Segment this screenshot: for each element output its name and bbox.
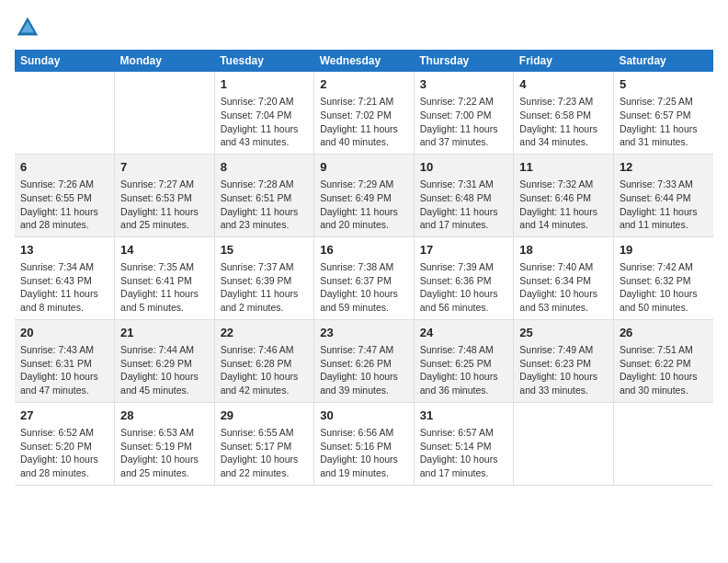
sunset-text: Sunset: 7:04 PM xyxy=(221,109,309,122)
cell-content: Sunrise: 7:31 AMSunset: 6:48 PMDaylight:… xyxy=(420,178,508,232)
cell-content: Sunrise: 7:46 AMSunset: 6:28 PMDaylight:… xyxy=(221,343,309,397)
day-number: 2 xyxy=(320,76,408,93)
sunrise-text: Sunrise: 7:40 AM xyxy=(519,260,608,274)
sunset-text: Sunset: 6:51 PM xyxy=(221,191,309,205)
cell-content: Sunrise: 7:32 AMSunset: 6:46 PMDaylight:… xyxy=(519,178,608,232)
day-number: 3 xyxy=(420,76,508,93)
cell-content: Sunrise: 7:43 AMSunset: 6:31 PMDaylight:… xyxy=(20,343,108,397)
cell-content: Sunrise: 7:26 AMSunset: 6:55 PMDaylight:… xyxy=(20,178,108,232)
sunset-text: Sunset: 6:49 PM xyxy=(320,191,408,205)
sunset-text: Sunset: 6:23 PM xyxy=(519,357,608,371)
col-header-sunday: Sunday xyxy=(15,50,115,72)
cell-content: Sunrise: 7:37 AMSunset: 6:39 PMDaylight:… xyxy=(221,260,309,315)
daylight-text: Daylight: 11 hours and 8 minutes. xyxy=(20,287,108,314)
cell-content: Sunrise: 7:38 AMSunset: 6:37 PMDaylight:… xyxy=(320,260,408,315)
cell-content: Sunrise: 6:57 AMSunset: 5:14 PMDaylight:… xyxy=(420,426,508,480)
daylight-text: Daylight: 10 hours and 28 minutes. xyxy=(20,453,108,479)
cell-content: Sunrise: 7:51 AMSunset: 6:22 PMDaylight:… xyxy=(620,343,708,397)
cell-content: Sunrise: 7:44 AMSunset: 6:29 PMDaylight:… xyxy=(120,343,209,397)
col-header-monday: Monday xyxy=(115,50,215,72)
sunrise-text: Sunrise: 6:55 AM xyxy=(221,426,309,440)
calendar-cell: 2Sunrise: 7:21 AMSunset: 7:02 PMDaylight… xyxy=(314,72,415,154)
sunrise-text: Sunrise: 7:39 AM xyxy=(420,260,508,274)
sunset-text: Sunset: 5:20 PM xyxy=(20,440,108,454)
sunrise-text: Sunrise: 7:51 AM xyxy=(620,343,708,357)
daylight-text: Daylight: 11 hours and 17 minutes. xyxy=(420,205,508,232)
cell-content: Sunrise: 7:23 AMSunset: 6:58 PMDaylight:… xyxy=(519,95,608,149)
sunrise-text: Sunrise: 6:52 AM xyxy=(20,426,108,440)
daylight-text: Daylight: 10 hours and 56 minutes. xyxy=(420,287,508,314)
cell-content: Sunrise: 7:33 AMSunset: 6:44 PMDaylight:… xyxy=(620,178,708,232)
header-row: SundayMondayTuesdayWednesdayThursdayFrid… xyxy=(15,50,713,72)
daylight-text: Daylight: 10 hours and 36 minutes. xyxy=(420,370,508,396)
day-number: 14 xyxy=(120,242,209,259)
daylight-text: Daylight: 11 hours and 31 minutes. xyxy=(620,122,708,149)
sunset-text: Sunset: 6:28 PM xyxy=(221,357,309,371)
day-number: 6 xyxy=(20,159,108,176)
col-header-saturday: Saturday xyxy=(613,50,713,72)
calendar-cell xyxy=(15,72,115,154)
sunset-text: Sunset: 5:16 PM xyxy=(320,440,408,454)
sunrise-text: Sunrise: 7:42 AM xyxy=(620,260,708,274)
col-header-friday: Friday xyxy=(514,50,614,72)
calendar-cell: 17Sunrise: 7:39 AMSunset: 6:36 PMDayligh… xyxy=(414,236,514,319)
sunset-text: Sunset: 6:58 PM xyxy=(519,109,608,122)
sunset-text: Sunset: 6:29 PM xyxy=(120,357,209,371)
col-header-tuesday: Tuesday xyxy=(214,50,314,72)
calendar-cell xyxy=(514,402,614,485)
daylight-text: Daylight: 11 hours and 37 minutes. xyxy=(420,122,508,149)
sunrise-text: Sunrise: 7:47 AM xyxy=(320,343,408,357)
sunrise-text: Sunrise: 6:53 AM xyxy=(120,426,209,440)
daylight-text: Daylight: 10 hours and 33 minutes. xyxy=(519,370,608,396)
col-header-thursday: Thursday xyxy=(414,50,514,72)
day-number: 29 xyxy=(221,408,309,424)
sunset-text: Sunset: 5:17 PM xyxy=(221,440,309,454)
daylight-text: Daylight: 10 hours and 50 minutes. xyxy=(620,287,708,314)
sunset-text: Sunset: 6:55 PM xyxy=(20,191,108,205)
calendar-cell: 9Sunrise: 7:29 AMSunset: 6:49 PMDaylight… xyxy=(314,154,415,236)
daylight-text: Daylight: 10 hours and 25 minutes. xyxy=(120,453,209,479)
sunset-text: Sunset: 5:19 PM xyxy=(120,440,209,454)
day-number: 7 xyxy=(120,159,209,176)
day-number: 13 xyxy=(20,242,108,259)
day-number: 8 xyxy=(221,159,309,176)
week-row-4: 20Sunrise: 7:43 AMSunset: 6:31 PMDayligh… xyxy=(15,319,713,402)
calendar-cell: 22Sunrise: 7:46 AMSunset: 6:28 PMDayligh… xyxy=(214,319,314,402)
day-number: 22 xyxy=(221,325,309,341)
daylight-text: Daylight: 11 hours and 40 minutes. xyxy=(320,122,408,149)
sunset-text: Sunset: 6:39 PM xyxy=(221,274,309,288)
day-number: 17 xyxy=(420,242,508,259)
cell-content: Sunrise: 7:34 AMSunset: 6:43 PMDaylight:… xyxy=(20,260,108,315)
day-number: 10 xyxy=(420,159,508,176)
day-number: 24 xyxy=(420,325,508,341)
daylight-text: Daylight: 11 hours and 20 minutes. xyxy=(320,205,408,232)
calendar-cell: 29Sunrise: 6:55 AMSunset: 5:17 PMDayligh… xyxy=(214,402,314,485)
daylight-text: Daylight: 10 hours and 42 minutes. xyxy=(221,370,309,396)
daylight-text: Daylight: 11 hours and 14 minutes. xyxy=(519,205,608,232)
cell-content: Sunrise: 6:55 AMSunset: 5:17 PMDaylight:… xyxy=(221,426,309,480)
daylight-text: Daylight: 10 hours and 30 minutes. xyxy=(620,370,708,396)
sunrise-text: Sunrise: 7:44 AM xyxy=(120,343,209,357)
calendar-cell: 1Sunrise: 7:20 AMSunset: 7:04 PMDaylight… xyxy=(214,72,314,154)
day-number: 4 xyxy=(519,76,608,93)
sunset-text: Sunset: 7:00 PM xyxy=(420,109,508,122)
day-number: 16 xyxy=(320,242,408,259)
cell-content: Sunrise: 6:53 AMSunset: 5:19 PMDaylight:… xyxy=(120,426,209,480)
page-header xyxy=(15,15,713,40)
sunset-text: Sunset: 6:26 PM xyxy=(320,357,408,371)
sunrise-text: Sunrise: 7:43 AM xyxy=(20,343,108,357)
day-number: 19 xyxy=(620,242,708,259)
daylight-text: Daylight: 11 hours and 2 minutes. xyxy=(221,287,309,314)
sunset-text: Sunset: 6:43 PM xyxy=(20,274,108,288)
calendar-cell: 15Sunrise: 7:37 AMSunset: 6:39 PMDayligh… xyxy=(214,236,314,319)
calendar-cell: 4Sunrise: 7:23 AMSunset: 6:58 PMDaylight… xyxy=(514,72,614,154)
day-number: 5 xyxy=(620,76,708,93)
sunrise-text: Sunrise: 6:56 AM xyxy=(320,426,408,440)
day-number: 18 xyxy=(519,242,608,259)
cell-content: Sunrise: 7:29 AMSunset: 6:49 PMDaylight:… xyxy=(320,178,408,232)
sunrise-text: Sunrise: 7:26 AM xyxy=(20,178,108,191)
sunset-text: Sunset: 6:53 PM xyxy=(120,191,209,205)
calendar-cell: 19Sunrise: 7:42 AMSunset: 6:32 PMDayligh… xyxy=(613,236,713,319)
calendar-cell: 7Sunrise: 7:27 AMSunset: 6:53 PMDaylight… xyxy=(115,154,215,236)
sunset-text: Sunset: 6:22 PM xyxy=(620,357,708,371)
